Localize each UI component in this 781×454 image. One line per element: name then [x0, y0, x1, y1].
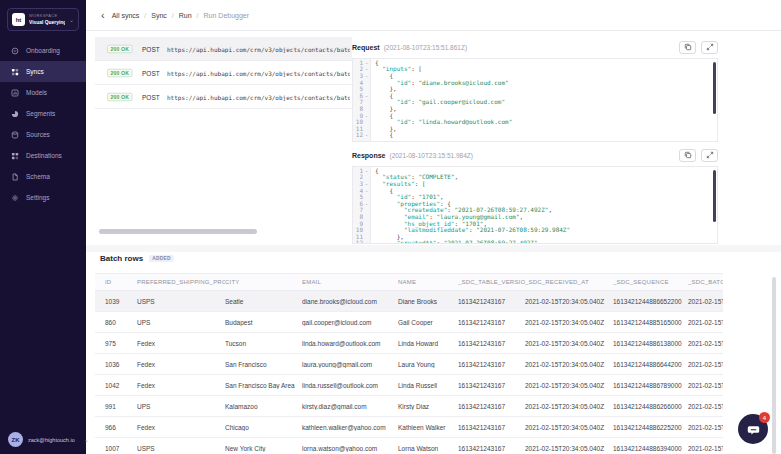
code-line: 5 },: [353, 85, 717, 92]
vertical-scrollbar[interactable]: [713, 170, 716, 222]
segments-icon: [11, 110, 19, 118]
table-cell: lorna.watson@yahoo.com: [302, 445, 398, 452]
chat-unread-badge: 4: [759, 412, 770, 423]
code-line: 2- "inputs": [: [353, 66, 717, 73]
breadcrumb-separator: /: [197, 12, 199, 19]
table-cell: Fedex: [137, 361, 225, 368]
table-cell: 1007: [95, 445, 137, 452]
table-cell: Budapest: [225, 319, 302, 326]
onboarding-icon: [11, 47, 19, 55]
request-json-editor[interactable]: 1-{2- "inputs": [3- {4 "id": "diane.broo…: [352, 58, 718, 142]
table-row[interactable]: 975FedexTucsonlinda.howard@outlook.comLi…: [95, 333, 723, 354]
batch-rows-section: Batch rows ADDED IDPREFERRED_SHIPPING_PR…: [95, 252, 781, 454]
sources-icon: [11, 131, 19, 139]
table-cell: diane.brooks@icloud.com: [302, 298, 398, 305]
response-panel-header: Response (2021-08-10T23:15:51.984Z): [352, 148, 718, 162]
table-header: IDPREFERRED_SHIPPING_PROVIDERCITYEMAILNA…: [95, 273, 723, 291]
table-cell: 2021-02-15T20:34:05.040Z: [525, 298, 613, 305]
table-cell: linda.howard@outlook.com: [302, 340, 398, 347]
copy-button[interactable]: [679, 41, 696, 54]
page-scrollbar[interactable]: [772, 277, 776, 454]
request-timestamp: (2021-08-10T23:15:51.861Z): [384, 44, 467, 51]
code-line: 10 "lastmodifieddate": "2021-07-26T08:59…: [353, 226, 717, 233]
request-url: https://api.hubapi.com/crm/v3/objects/co…: [167, 46, 350, 53]
chat-widget-button[interactable]: 4: [738, 414, 768, 444]
request-row[interactable]: 200 OKPOSThttps://api.hubapi.com/crm/v3/…: [95, 61, 352, 85]
table-cell: 1613421243167: [458, 424, 525, 431]
column-header: ID: [95, 279, 137, 285]
request-method: POST: [142, 94, 160, 101]
table-row[interactable]: 1039USPSSeatlediane.brooks@icloud.comDia…: [95, 291, 723, 312]
table-cell: USPS: [137, 298, 225, 305]
table-row[interactable]: 1036FedexSan Franciscolaura.young@gmail.…: [95, 354, 723, 375]
sidebar-item-label: Onboarding: [26, 47, 60, 54]
table-cell: Fedex: [137, 340, 225, 347]
table-cell: Tucson: [225, 340, 302, 347]
table-cell: 2021-02-15T20:34:05.040Z: [525, 382, 613, 389]
table-cell: New York City: [225, 445, 302, 452]
sidebar-item-onboarding[interactable]: Onboarding: [0, 40, 86, 61]
sidebar-item-destinations[interactable]: Destinations: [0, 145, 86, 166]
hightouch-logo: ht: [12, 13, 25, 26]
sidebar-item-segments[interactable]: Segments: [0, 103, 86, 124]
table-cell: Kalamazoo: [225, 403, 302, 410]
table-cell: 1613421244886644200: [613, 361, 688, 368]
breadcrumb-item[interactable]: Sync: [151, 12, 167, 19]
column-header: _SDC_TABLE_VERSION: [458, 279, 525, 285]
table-cell: gail.cooper@icloud.com: [302, 319, 398, 326]
request-row[interactable]: 200 OKPOSThttps://api.hubapi.com/crm/v3/…: [95, 85, 352, 109]
column-header: NAME: [398, 279, 458, 285]
table-row[interactable]: 966FedexChicagokathleen.walker@yahoo.com…: [95, 417, 723, 438]
table-cell: San Francisco Bay Area: [225, 382, 302, 389]
expand-button[interactable]: [701, 41, 718, 54]
table-row[interactable]: 1007USPSNew York Citylorna.watson@yahoo.…: [95, 438, 723, 454]
table-cell: 2021-02-15T2: [688, 298, 723, 305]
table-row[interactable]: 860UPSBudapestgail.cooper@icloud.comGail…: [95, 312, 723, 333]
status-badge: 200 OK: [107, 93, 132, 102]
table-cell: kathleen.walker@yahoo.com: [302, 424, 398, 431]
table-cell: Lorna Watson: [398, 445, 458, 452]
workspace-switcher[interactable]: ht WORKSPACE Visual Querying D... ⌄: [7, 8, 79, 31]
table-cell: 2021-02-15T2: [688, 319, 723, 326]
request-url: https://api.hubapi.com/crm/v3/objects/co…: [167, 94, 350, 101]
sidebar-item-sources[interactable]: Sources: [0, 124, 86, 145]
request-method: POST: [142, 46, 160, 53]
table-cell: Diane Brooks: [398, 298, 458, 305]
table-cell: 2021-02-15T20:34:05.040Z: [525, 445, 613, 452]
column-header: CITY: [225, 279, 302, 285]
breadcrumb-item[interactable]: Run: [179, 12, 192, 19]
request-panel-actions: [674, 41, 718, 54]
table-cell: 1613421244886789000: [613, 382, 688, 389]
breadcrumb: All syncs/Sync/Run/Run Debugger: [112, 12, 249, 19]
expand-icon: [706, 43, 714, 51]
vertical-scrollbar[interactable]: [713, 62, 716, 114]
table-cell: 1613421243167: [458, 361, 525, 368]
sidebar-item-settings[interactable]: Settings: [0, 187, 86, 208]
request-row[interactable]: 200 OKPOSThttps://api.hubapi.com/crm/v3/…: [95, 37, 352, 61]
horizontal-scrollbar[interactable]: [99, 229, 257, 234]
table-cell: 1613421243167: [458, 298, 525, 305]
sidebar-item-models[interactable]: Models: [0, 82, 86, 103]
table-row[interactable]: 1042FedexSan Francisco Bay Arealinda.rus…: [95, 375, 723, 396]
table-cell: 1613421243167: [458, 403, 525, 410]
table-body: 1039USPSSeatlediane.brooks@icloud.comDia…: [95, 291, 723, 454]
copy-button[interactable]: [679, 149, 696, 162]
response-json-editor[interactable]: 1-{2 "status": "COMPLETE",3- "results": …: [352, 166, 718, 244]
user-menu[interactable]: ZK zack@hightouch.io ⌄: [8, 432, 82, 447]
sidebar-item-schema[interactable]: Schema: [0, 166, 86, 187]
expand-button[interactable]: [701, 149, 718, 162]
table-cell: 2021-02-15T2: [688, 403, 723, 410]
response-panel-actions: [674, 149, 718, 162]
breadcrumb-item[interactable]: All syncs: [112, 12, 140, 19]
table-row[interactable]: 991UPSKalamazookirsty.diaz@gmail.comKirs…: [95, 396, 723, 417]
table-cell: 1613421243167: [458, 382, 525, 389]
sidebar-item-syncs[interactable]: Syncs: [0, 61, 86, 82]
column-header: EMAIL: [302, 279, 398, 285]
back-chevron-icon[interactable]: ‹: [101, 10, 105, 21]
copy-icon: [684, 151, 692, 159]
settings-icon: [11, 194, 19, 202]
table-cell: Linda Russell: [398, 382, 458, 389]
code-line: 7 "id": "gail.cooper@icloud.com": [353, 99, 717, 106]
copy-icon: [684, 43, 692, 51]
table-cell: Chicago: [225, 424, 302, 431]
